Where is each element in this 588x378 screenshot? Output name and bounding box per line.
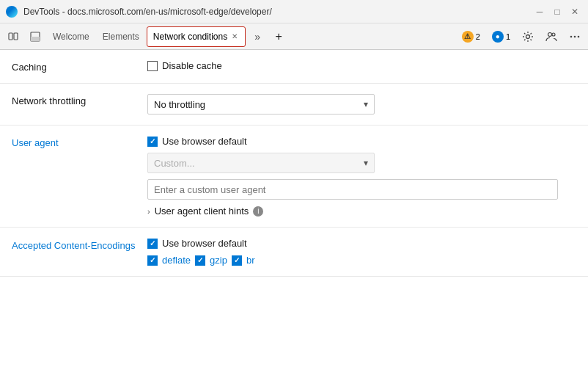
dock-icon: [30, 32, 40, 42]
throttling-dropdown[interactable]: No throttling ▾: [147, 94, 375, 115]
add-tab-icon: +: [276, 30, 282, 43]
info-icon[interactable]: i: [253, 206, 263, 217]
tab-elements-label: Elements: [103, 32, 139, 42]
use-browser-default-checkbox[interactable]: [147, 137, 158, 147]
minimize-button[interactable]: ─: [532, 4, 547, 19]
tabbar-right: ⚠ 2 ● 1: [457, 26, 585, 47]
throttling-content: No throttling ▾: [147, 94, 576, 115]
use-browser-default-row: Use browser default: [147, 136, 576, 147]
network-throttling-label: Network throttling: [12, 94, 147, 106]
user-agent-content: Use browser default Custom... ▾ › User a…: [147, 136, 576, 217]
custom-dropdown[interactable]: Custom... ▾: [147, 153, 375, 173]
warning-badge-button[interactable]: ⚠ 2: [457, 28, 485, 46]
close-button[interactable]: ✕: [567, 4, 582, 19]
settings-button[interactable]: [518, 26, 538, 47]
add-tab-button[interactable]: +: [269, 27, 288, 46]
accepted-encodings-row: Accepted Content-Encodings Use browser d…: [0, 228, 588, 277]
dock-button[interactable]: [25, 26, 45, 47]
user-agent-hints-label: User agent client hints: [155, 206, 249, 217]
titlebar: DevTools - docs.microsoft.com/en-us/micr…: [0, 0, 588, 23]
more-options-button[interactable]: [565, 26, 585, 47]
chevron-down-icon: ▾: [364, 99, 368, 109]
svg-rect-3: [31, 37, 40, 41]
back-icon: [8, 32, 18, 42]
info-badge-button[interactable]: ● 1: [488, 28, 515, 46]
main-content: Caching Disable cache Network throttling…: [0, 50, 588, 378]
caching-label: Caching: [12, 60, 147, 73]
back-panel-button[interactable]: [3, 26, 23, 47]
tab-network-conditions[interactable]: Network conditions ✕: [147, 26, 246, 47]
encodings-browser-default-row: Use browser default: [147, 238, 576, 249]
throttling-value: No throttling: [154, 99, 205, 110]
svg-point-5: [548, 32, 552, 36]
svg-rect-1: [14, 33, 18, 40]
svg-point-8: [574, 35, 576, 37]
custom-chevron-icon: ▾: [364, 158, 368, 168]
window-controls: ─ □ ✕: [532, 4, 582, 19]
window-title: DevTools - docs.microsoft.com/en-us/micr…: [23, 7, 526, 17]
gzip-checkbox[interactable]: [195, 255, 205, 266]
encodings-browser-default-label: Use browser default: [162, 238, 247, 249]
network-throttling-row: Network throttling No throttling ▾: [0, 84, 588, 126]
deflate-label: deflate: [162, 255, 191, 266]
tab-elements[interactable]: Elements: [97, 26, 145, 47]
svg-point-7: [570, 35, 573, 37]
warning-count: 2: [476, 32, 480, 41]
encodings-list: deflate gzip br: [147, 255, 576, 266]
caching-content: Disable cache: [147, 60, 576, 71]
gear-icon: [522, 31, 534, 43]
user-agent-label: User agent: [12, 136, 147, 148]
app-icon: [6, 6, 18, 18]
tab-close-icon[interactable]: ✕: [230, 32, 239, 40]
accepted-encodings-label: Accepted Content-Encodings: [12, 238, 147, 252]
info-badge: ●: [492, 31, 504, 43]
expand-arrow-icon: ›: [147, 207, 150, 216]
maximize-button[interactable]: □: [550, 4, 565, 19]
custom-placeholder: Custom...: [154, 158, 195, 169]
custom-user-agent-input[interactable]: [147, 179, 558, 200]
more-tabs-button[interactable]: »: [247, 26, 268, 47]
warning-badge: ⚠: [462, 31, 474, 43]
caching-row: Caching Disable cache: [0, 50, 588, 84]
more-icon: [569, 31, 581, 43]
use-browser-default-label: Use browser default: [162, 136, 247, 147]
disable-cache-label: Disable cache: [162, 60, 222, 71]
svg-point-4: [526, 34, 530, 38]
user-agent-hints-row[interactable]: › User agent client hints i: [147, 206, 576, 217]
people-button[interactable]: [541, 26, 562, 47]
encodings-content: Use browser default deflate gzip br: [147, 238, 576, 266]
encodings-browser-default-checkbox[interactable]: [147, 239, 158, 249]
info-count: 1: [506, 32, 510, 41]
svg-point-6: [552, 33, 555, 36]
user-agent-row: User agent Use browser default Custom...…: [0, 126, 588, 228]
tabbar: Welcome Elements Network conditions ✕ » …: [0, 23, 588, 50]
svg-point-9: [578, 35, 580, 37]
more-tabs-icon: »: [254, 31, 260, 43]
deflate-checkbox[interactable]: [147, 255, 158, 266]
disable-cache-row: Disable cache: [147, 60, 576, 71]
svg-rect-0: [9, 33, 12, 40]
br-checkbox[interactable]: [232, 255, 242, 266]
br-label: br: [246, 255, 255, 266]
disable-cache-checkbox[interactable]: [147, 61, 158, 71]
tab-network-conditions-label: Network conditions: [153, 32, 227, 42]
gzip-label: gzip: [210, 255, 227, 266]
people-icon: [545, 31, 557, 43]
tab-welcome-label: Welcome: [53, 32, 89, 42]
tab-welcome[interactable]: Welcome: [47, 26, 95, 47]
